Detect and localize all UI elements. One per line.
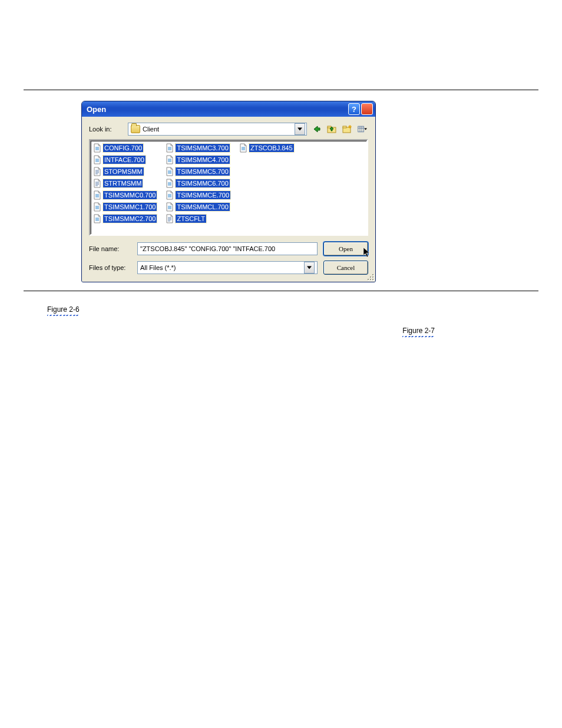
file-item[interactable]: TSIMSMMC6.700 — [165, 178, 233, 189]
svg-rect-3 — [343, 126, 346, 128]
generic-file-icon — [92, 202, 102, 212]
help-button[interactable]: ? — [348, 103, 360, 115]
file-name-label: TSIMSMMCL.700 — [176, 203, 229, 211]
cancel-button[interactable]: Cancel — [323, 261, 368, 275]
svg-rect-1 — [328, 126, 331, 128]
text-file-icon — [92, 167, 102, 176]
bottom-panel: File name: "ZTSCOBJ.845" "CONFIG.700" "I… — [89, 242, 368, 275]
file-name-label: TSIMSMMC6.700 — [176, 179, 229, 187]
file-name-label: TSIMSMMC0.700 — [103, 191, 157, 199]
open-dialog: Open ? Look in: Client — [81, 101, 376, 282]
generic-file-icon — [92, 214, 102, 223]
file-name-label: INTFACE.700 — [103, 156, 146, 164]
generic-file-icon — [92, 155, 102, 164]
lookin-label: Look in: — [89, 126, 124, 133]
cancel-button-label: Cancel — [337, 264, 355, 271]
caption-area: Figure 2-6 Figure 2-7 — [24, 304, 538, 336]
file-name-label: TSIMSMMC3.700 — [176, 144, 229, 152]
filename-row: File name: "ZTSCOBJ.845" "CONFIG.700" "I… — [89, 242, 368, 256]
chevron-down-icon[interactable] — [295, 123, 305, 135]
svg-rect-27 — [168, 170, 171, 174]
svg-rect-30 — [168, 206, 171, 209]
filetype-label: Files of type: — [89, 264, 131, 271]
new-folder-button[interactable] — [341, 123, 353, 135]
file-item[interactable]: STOPMSMM — [92, 166, 159, 177]
svg-rect-23 — [95, 206, 99, 209]
generic-file-icon — [92, 190, 102, 200]
generic-file-icon — [239, 143, 248, 153]
filename-label: File name: — [89, 245, 131, 252]
svg-rect-22 — [95, 194, 99, 197]
text-file-icon — [165, 214, 174, 223]
file-item[interactable]: TSIMSMMC1.700 — [92, 202, 159, 212]
svg-rect-35 — [242, 147, 245, 150]
file-name-label: TSIMSMMCE.700 — [176, 191, 230, 199]
file-item[interactable]: STRTMSMM — [92, 178, 159, 189]
figure-container: Open ? Look in: Client — [24, 90, 538, 291]
file-item[interactable]: TSIMSMMC4.700 — [165, 154, 233, 165]
view-menu-button[interactable] — [356, 123, 368, 135]
svg-rect-28 — [168, 182, 171, 186]
divider-bottom — [24, 291, 538, 291]
figure-link-2-7[interactable]: Figure 2-7 — [402, 325, 435, 336]
svg-rect-8 — [358, 126, 364, 132]
filename-input[interactable]: "ZTSCOBJ.845" "CONFIG.700" "INTFACE.700 — [137, 242, 318, 255]
generic-file-icon — [165, 143, 174, 153]
file-name-label: ZTSCFLT — [176, 215, 206, 223]
file-name-label: TSIMSMMC1.700 — [103, 203, 157, 211]
file-item[interactable]: TSIMSMMC0.700 — [92, 190, 159, 200]
file-item[interactable]: ZTSCOBJ.845 — [239, 143, 296, 153]
file-item[interactable]: TSIMSMMC5.700 — [165, 166, 233, 177]
file-item[interactable]: ZTSCFLT — [165, 213, 233, 224]
filetype-value: All Files (*.*) — [140, 264, 304, 271]
open-button[interactable]: Open — [323, 242, 368, 256]
lookin-combobox[interactable]: Client — [128, 123, 307, 136]
file-item[interactable]: CONFIG.700 — [92, 143, 159, 153]
file-name-label: CONFIG.700 — [103, 144, 143, 152]
resize-grip[interactable] — [366, 272, 374, 281]
generic-file-icon — [165, 155, 174, 164]
lookin-toolbar — [310, 123, 368, 135]
filetype-combobox[interactable]: All Files (*.*) — [137, 261, 318, 274]
text-file-icon — [92, 179, 102, 188]
file-item[interactable]: TSIMSMMCE.700 — [165, 190, 233, 200]
dialog-client-area: Look in: Client — [82, 117, 375, 282]
close-button[interactable] — [361, 103, 373, 115]
titlebar: Open ? — [82, 101, 375, 117]
help-icon: ? — [352, 105, 356, 114]
up-one-level-button[interactable] — [326, 123, 338, 135]
filename-value: "ZTSCOBJ.845" "CONFIG.700" "INTFACE.700 — [140, 245, 275, 252]
folder-open-icon — [131, 125, 140, 133]
file-item[interactable]: TSIMSMMC3.700 — [165, 143, 233, 153]
svg-rect-29 — [168, 194, 171, 197]
file-item[interactable]: TSIMSMMCL.700 — [165, 202, 233, 212]
filetype-row: Files of type: All Files (*.*) Cancel — [89, 261, 368, 275]
generic-file-icon — [92, 143, 102, 153]
lookin-value: Client — [143, 126, 159, 133]
open-button-label: Open — [339, 245, 353, 252]
svg-rect-26 — [168, 159, 171, 162]
page: Open ? Look in: Client — [0, 0, 562, 728]
svg-rect-24 — [95, 218, 99, 221]
svg-rect-13 — [95, 159, 99, 162]
file-item[interactable]: INTFACE.700 — [92, 154, 159, 165]
file-name-label: STRTMSMM — [103, 179, 143, 187]
file-name-label: ZTSCOBJ.845 — [249, 144, 294, 152]
generic-file-icon — [165, 179, 174, 188]
file-name-label: TSIMSMMC4.700 — [176, 156, 229, 164]
back-button[interactable] — [310, 123, 322, 135]
file-name-label: TSIMSMMC2.700 — [103, 215, 157, 223]
caption-text-block: Figure 2-6 Figure 2-7 — [47, 304, 515, 336]
svg-rect-12 — [95, 147, 99, 150]
svg-rect-25 — [168, 147, 171, 150]
file-name-label: STOPMSMM — [103, 167, 144, 176]
figure-link-2-6[interactable]: Figure 2-6 — [47, 304, 80, 315]
generic-file-icon — [165, 202, 174, 212]
generic-file-icon — [165, 190, 174, 200]
chevron-down-icon[interactable] — [304, 262, 315, 274]
generic-file-icon — [165, 167, 174, 176]
window-title: Open — [87, 105, 347, 114]
file-list[interactable]: CONFIG.700 INTFACE.700 STOPMSMM STRTMSMM… — [89, 139, 368, 236]
lookin-row: Look in: Client — [89, 123, 368, 136]
file-item[interactable]: TSIMSMMC2.700 — [92, 213, 159, 224]
